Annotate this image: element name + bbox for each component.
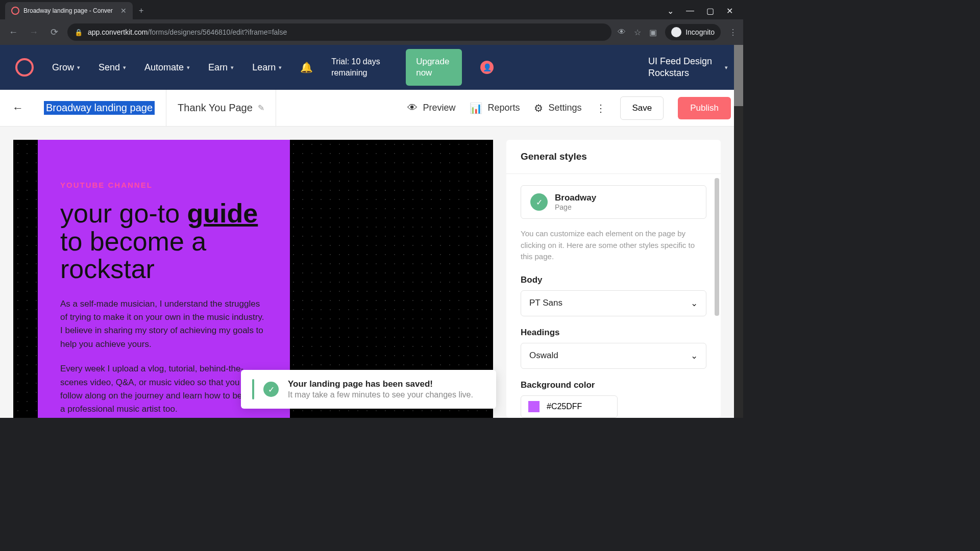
chevron-down-icon: ▾ (187, 64, 190, 71)
chevron-down-icon: ▾ (725, 64, 728, 71)
color-swatch (528, 401, 540, 412)
editor-toolbar: ← Broadway landing page Thank You Page ✎… (0, 90, 743, 127)
template-type: Page (555, 203, 596, 211)
close-window-icon[interactable]: ✕ (726, 6, 733, 16)
pencil-icon[interactable]: ✎ (258, 103, 264, 113)
tab-title: Broadway landing page - Conver (23, 7, 116, 14)
chevron-down-icon[interactable]: ⌄ (667, 6, 674, 16)
check-icon: ✓ (263, 382, 279, 397)
favicon (11, 7, 19, 15)
nav-automate[interactable]: Automate▾ (144, 62, 190, 73)
reports-button[interactable]: 📊Reports (470, 102, 520, 114)
app-logo[interactable] (15, 58, 34, 77)
bookmark-icon[interactable]: ☆ (634, 28, 641, 37)
check-icon: ✓ (530, 193, 548, 211)
bg-color-input[interactable]: #C25DFF (521, 395, 618, 418)
close-tab-icon[interactable]: ✕ (120, 7, 127, 15)
main-scrollbar-track[interactable] (734, 45, 743, 418)
page-tab-main[interactable]: Broadway landing page (33, 90, 166, 127)
eyebrow-text[interactable]: YOUTUBE CHANNEL (60, 181, 267, 189)
eye-icon: 👁 (407, 102, 418, 114)
nav-learn[interactable]: Learn▾ (252, 62, 282, 73)
main-scrollbar-thumb[interactable] (734, 45, 743, 106)
window-controls: ⌄ — ▢ ✕ (657, 0, 743, 22)
nav-earn[interactable]: Earn▾ (208, 62, 234, 73)
body-paragraph-1[interactable]: As a self-made musician, I understand th… (60, 297, 267, 351)
chevron-down-icon: ⌄ (691, 350, 698, 361)
sliders-icon: ⚙ (534, 102, 543, 114)
eye-off-icon[interactable]: 👁 (618, 28, 626, 37)
body-font-label: Body (521, 275, 706, 285)
headings-font-select[interactable]: Oswald ⌄ (521, 343, 706, 369)
sidebar-title: General styles (506, 140, 721, 174)
template-name: Broadway (555, 193, 596, 203)
browser-tab-strip: Broadway landing page - Conver ✕ + ⌄ — ▢… (0, 0, 743, 19)
chevron-down-icon: ▾ (231, 64, 234, 71)
more-menu-icon[interactable]: ⋮ (596, 102, 606, 114)
chevron-down-icon: ▾ (77, 64, 80, 71)
minimize-icon[interactable]: — (686, 6, 694, 16)
bg-color-label: Background color (521, 380, 706, 390)
chevron-down-icon: ⌄ (691, 298, 698, 309)
back-button[interactable]: ← (6, 27, 20, 38)
success-toast: ✓ Your landing page has been saved! It m… (241, 370, 496, 409)
app-nav: Grow▾ Send▾ Automate▾ Earn▾ Learn▾ 🔔 Tri… (0, 45, 743, 90)
nav-grow[interactable]: Grow▾ (52, 62, 80, 73)
address-bar: ← → ⟳ 🔒 app.convertkit.com/forms/designe… (0, 19, 743, 45)
publish-button[interactable]: Publish (678, 97, 731, 119)
incognito-icon (671, 27, 681, 37)
chevron-down-icon: ▾ (279, 64, 282, 71)
styles-sidebar: General styles ✓ Broadway Page You can c… (506, 140, 721, 418)
chevron-down-icon: ▾ (123, 64, 126, 71)
sidebar-scrollbar[interactable] (715, 178, 719, 316)
new-tab-button[interactable]: + (133, 2, 150, 19)
body-paragraph-2[interactable]: Every week I upload a vlog, tutorial, be… (60, 362, 267, 416)
menu-dots-icon[interactable]: ⋮ (729, 28, 737, 37)
incognito-badge[interactable]: Incognito (665, 24, 721, 40)
browser-tab[interactable]: Broadway landing page - Conver ✕ (5, 2, 133, 19)
back-arrow-icon[interactable]: ← (12, 102, 23, 115)
upgrade-button[interactable]: Upgrade now (406, 49, 462, 86)
preview-button[interactable]: 👁Preview (407, 102, 455, 114)
toast-title: Your landing page has been saved! (288, 379, 473, 389)
template-card[interactable]: ✓ Broadway Page (521, 185, 706, 219)
page-tab-thankyou[interactable]: Thank You Page ✎ (166, 90, 276, 127)
maximize-icon[interactable]: ▢ (706, 6, 714, 16)
trial-text: Trial: 10 days remaining (331, 56, 387, 79)
url-input[interactable]: 🔒 app.convertkit.com/forms/designers/564… (67, 23, 611, 41)
headings-font-label: Headings (521, 328, 706, 338)
avatar[interactable]: 👤 (480, 61, 494, 74)
panel-icon[interactable]: ▣ (649, 28, 657, 37)
url-text: app.convertkit.com/forms/designers/56468… (88, 28, 287, 36)
toast-accent (252, 379, 254, 399)
save-button[interactable]: Save (620, 96, 664, 120)
headline-text[interactable]: your go-to guide to become a rockstar (60, 199, 267, 283)
nav-send[interactable]: Send▾ (99, 62, 126, 73)
lock-icon: 🔒 (75, 29, 83, 36)
chart-icon: 📊 (470, 102, 482, 114)
account-menu[interactable]: UI Feed Design Rockstars ▾ (648, 56, 728, 80)
bell-icon[interactable]: 🔔 (300, 61, 313, 73)
reload-button[interactable]: ⟳ (47, 27, 61, 38)
toast-body: It may take a few minutes to see your ch… (288, 390, 473, 399)
sidebar-help-text: You can customize each element on the pa… (521, 228, 706, 263)
forward-button[interactable]: → (27, 27, 41, 38)
settings-button[interactable]: ⚙Settings (534, 102, 581, 114)
body-font-select[interactable]: PT Sans ⌄ (521, 290, 706, 316)
